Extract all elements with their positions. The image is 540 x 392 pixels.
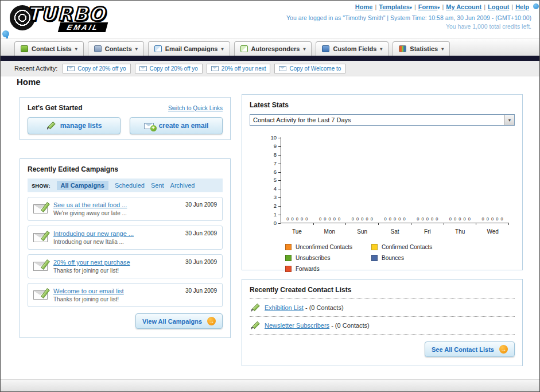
campaign-title-link[interactable]: Introducing our new range ... bbox=[53, 230, 134, 237]
y-axis-label: 9 bbox=[274, 143, 281, 149]
campaign-filter-all-campaigns[interactable]: All Campaigns bbox=[57, 181, 108, 190]
contact-lists-icon bbox=[21, 45, 28, 52]
nav-link-home[interactable]: Home bbox=[355, 3, 373, 10]
campaign-filter-bar: SHOW: All CampaignsScheduledSentArchived bbox=[28, 178, 223, 192]
page-title: Home bbox=[17, 77, 41, 87]
dark-divider-bar bbox=[1, 56, 539, 61]
y-axis-label: 6 bbox=[274, 169, 281, 175]
campaign-row[interactable]: 20% off your next purchaseThanks for joi… bbox=[28, 254, 223, 278]
tab-label-autoresponders: Autoresponders bbox=[251, 45, 300, 52]
bar-group-mon: 0 0 0 0 0 bbox=[314, 216, 347, 223]
nav-separator: | bbox=[375, 3, 376, 10]
contact-list-link[interactable]: Exhibition List bbox=[265, 304, 304, 311]
x-axis-label-fri: Fri bbox=[411, 228, 444, 235]
campaigns-title: Recently Edited Campaigns bbox=[28, 165, 223, 173]
legend-swatch bbox=[285, 255, 292, 261]
x-axis-label-tue: Tue bbox=[281, 228, 313, 235]
legend-label: Confirmed Contacts bbox=[382, 244, 432, 250]
campaign-row[interactable]: Welcome to our email listThanks for join… bbox=[28, 283, 223, 307]
recent-activity-item-1[interactable]: Copy of 20% off yo bbox=[63, 64, 130, 73]
recent-activity-items: Copy of 20% off yoCopy of 20% off yo20% … bbox=[63, 64, 345, 73]
bar-group-sat: 0 0 0 0 0 bbox=[379, 216, 411, 223]
contact-lists-title: Recently Created Contact Lists bbox=[250, 286, 515, 294]
chevron-down-icon: ▾ bbox=[410, 5, 412, 10]
email-icon bbox=[139, 66, 147, 71]
legend-item-unsubscribes: Unsubscribes bbox=[285, 255, 371, 261]
campaign-row[interactable]: Introducing our new range ...Introducing… bbox=[28, 226, 223, 250]
campaign-date: 30 Jun 2009 bbox=[185, 259, 217, 265]
nav-link-help[interactable]: Help bbox=[515, 3, 529, 10]
campaign-title-link[interactable]: See us at the retail food ... bbox=[53, 201, 127, 208]
y-axis-label: 3 bbox=[274, 194, 281, 200]
legend-swatch bbox=[285, 266, 292, 272]
stats-activity-select[interactable]: Contact Activity for the Last 7 Days ▼ bbox=[250, 114, 515, 126]
legend-swatch bbox=[371, 255, 378, 261]
y-axis-label: 5 bbox=[274, 177, 281, 183]
recent-activity-item-3[interactable]: 20% off your next bbox=[207, 64, 271, 73]
email-icon bbox=[67, 66, 75, 71]
legend-item-unconfirmed-contacts: Unconfirmed Contacts bbox=[285, 244, 371, 250]
recent-activity-item-4[interactable]: Copy of Welcome to bbox=[274, 64, 345, 73]
nav-separator: | bbox=[442, 3, 444, 10]
chevron-down-icon: ▾ bbox=[437, 5, 440, 10]
tab-custom-fields[interactable]: Custom Fields▾ bbox=[316, 41, 389, 56]
nav-link-logout[interactable]: Logout bbox=[488, 3, 509, 10]
campaign-row[interactable]: See us at the retail food ...We're givin… bbox=[28, 197, 223, 221]
autoresponders-icon bbox=[240, 45, 248, 52]
contact-list-row[interactable]: Newsletter Subscribers - (0 Contacts) bbox=[250, 317, 515, 335]
campaign-filter-archived[interactable]: Archived bbox=[170, 182, 195, 189]
bar-group-sun: 0 0 0 0 0 bbox=[346, 216, 379, 223]
manage-lists-label: manage lists bbox=[60, 122, 102, 130]
campaign-text: See us at the retail food ...We're givin… bbox=[53, 201, 127, 216]
campaign-filter-sent[interactable]: Sent bbox=[151, 182, 164, 189]
bar-group-fri: 0 0 0 0 0 bbox=[411, 216, 444, 223]
email-plus-icon bbox=[144, 123, 154, 129]
tab-email-campaigns[interactable]: Email Campaigns▾ bbox=[148, 41, 230, 56]
bar-group-tue: 0 0 0 0 0 bbox=[281, 216, 314, 223]
contacts-icon bbox=[94, 45, 102, 52]
campaign-subtitle: We're giving away our late ... bbox=[53, 210, 127, 216]
turbo-email-logo: TURBO EMAIL bbox=[10, 3, 165, 35]
arrow-right-icon: → bbox=[499, 345, 508, 354]
tab-autoresponders[interactable]: Autoresponders▾ bbox=[234, 41, 312, 56]
contact-list-row[interactable]: Exhibition List - (0 Contacts) bbox=[250, 299, 515, 317]
tab-contact-lists[interactable]: Contact Lists▾ bbox=[14, 41, 84, 56]
legend-label: Forwards bbox=[296, 266, 320, 272]
chevron-down-icon: ▾ bbox=[75, 46, 77, 52]
campaign-subtitle: Thanks for joining our list! bbox=[53, 296, 124, 302]
x-axis-label-sun: Sun bbox=[346, 228, 379, 235]
top-nav: Home|Templates ▾|Forms ▾|My Account|Logo… bbox=[286, 3, 531, 10]
campaign-date: 30 Jun 2009 bbox=[185, 201, 217, 208]
recent-activity-bar: Recent Activity: Copy of 20% off yoCopy … bbox=[1, 61, 539, 76]
tab-label-contact-lists: Contact Lists bbox=[32, 45, 72, 52]
nav-link-templates[interactable]: Templates ▾ bbox=[379, 3, 412, 10]
campaign-title-link[interactable]: 20% off your next purchase bbox=[53, 259, 130, 266]
tab-label-email-campaigns: Email Campaigns bbox=[165, 45, 218, 52]
view-all-campaigns-button[interactable]: View All Campaigns → bbox=[135, 313, 223, 329]
campaign-date: 30 Jun 2009 bbox=[185, 230, 217, 236]
get-started-title: Let's Get Started bbox=[28, 104, 83, 112]
nav-link-forms[interactable]: Forms ▾ bbox=[418, 3, 440, 10]
show-label: SHOW: bbox=[32, 183, 50, 189]
pencil-icon bbox=[251, 321, 259, 329]
manage-lists-button[interactable]: manage lists bbox=[28, 117, 121, 134]
campaign-filters: All CampaignsScheduledSentArchived bbox=[57, 181, 195, 190]
campaign-title-link[interactable]: Welcome to our email list bbox=[53, 288, 124, 294]
create-an-email-button[interactable]: create an email bbox=[130, 117, 223, 134]
arrow-right-icon: → bbox=[207, 317, 216, 325]
contact-list-link[interactable]: Newsletter Subscribers bbox=[265, 322, 329, 329]
stats-activity-select-value: Contact Activity for the Last 7 Days bbox=[253, 117, 351, 123]
get-started-panel: Let's Get Started Switch to Quick Links … bbox=[20, 97, 231, 140]
tab-statistics[interactable]: Statistics▾ bbox=[393, 41, 450, 56]
email-edit-icon bbox=[33, 233, 48, 242]
campaign-filter-scheduled[interactable]: Scheduled bbox=[115, 182, 145, 189]
contact-list: Exhibition List - (0 Contacts)Newsletter… bbox=[250, 298, 515, 335]
switch-to-quick-links-link[interactable]: Switch to Quick Links bbox=[168, 105, 223, 111]
nav-link-my-account[interactable]: My Account bbox=[446, 3, 481, 10]
tab-contacts[interactable]: Contacts▾ bbox=[88, 41, 144, 56]
recent-activity-item-2[interactable]: Copy of 20% off yo bbox=[135, 64, 203, 73]
chart-x-labels: TueMonSunSatFriThuWed bbox=[281, 228, 509, 235]
create-email-label: create an email bbox=[159, 122, 209, 130]
x-axis-label-wed: Wed bbox=[476, 228, 509, 235]
see-all-contact-lists-button[interactable]: See All Contact Lists → bbox=[425, 341, 515, 357]
